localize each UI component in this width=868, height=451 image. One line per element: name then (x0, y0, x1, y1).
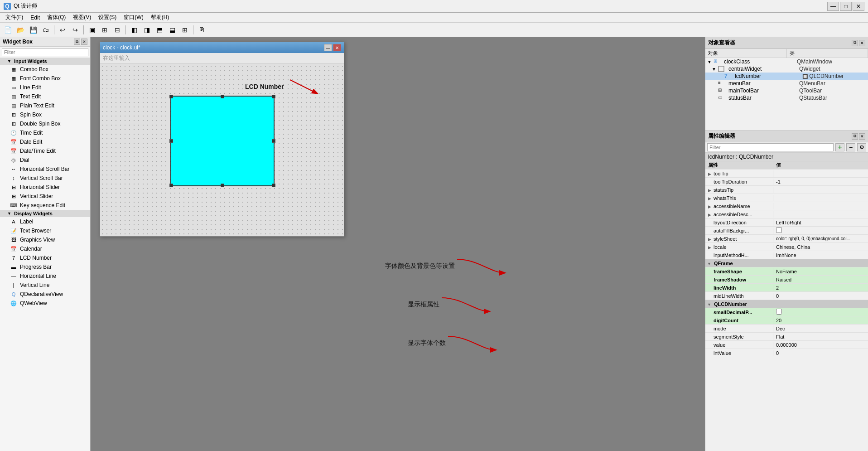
object-inspector-float-btn[interactable]: ⧉ (852, 40, 858, 46)
prop-editor-close-btn[interactable]: ✕ (859, 133, 865, 140)
toolbar-saveall[interactable]: 🗂 (40, 24, 52, 35)
designer-content[interactable]: LCD Number (100, 64, 344, 236)
widget-item-text-browser[interactable]: 📝 Text Browser (0, 226, 90, 235)
widget-item-plain-text-edit[interactable]: ▤ Plain Text Edit (0, 101, 90, 110)
widget-item-line-edit[interactable]: ▭ Line Edit (0, 83, 90, 92)
autofill-checkbox[interactable] (776, 227, 782, 233)
tree-toggle-centralwidget[interactable]: ▼ (712, 67, 718, 72)
menu-item-s[interactable]: 设置(S) (95, 13, 120, 22)
lcd-widget[interactable] (170, 96, 275, 186)
widget-box-float-btn[interactable]: ⧉ (74, 39, 80, 45)
widget-item-time-edit[interactable]: 🕐 Time Edit (0, 128, 90, 137)
prop-settings-btn[interactable]: ⚙ (857, 143, 866, 151)
prop-row-accessiblename[interactable]: ▶accessibleName (705, 202, 868, 210)
tree-item-lcdnumber[interactable]: ▷ 7 lcdNumber 🔲 QLCDNumber (705, 73, 868, 80)
toolbar-align-r[interactable]: ◨ (141, 24, 153, 35)
prop-val-frameshape[interactable]: NoFrame (773, 268, 868, 275)
prop-filter-input[interactable] (707, 143, 834, 151)
prop-section-qframe[interactable]: ▼ QFrame (705, 259, 868, 267)
resize-handle-bm[interactable] (221, 184, 224, 187)
prop-row-value[interactable]: ▶value 0.000000 (705, 341, 868, 349)
widget-item-label[interactable]: A Label (0, 217, 90, 226)
prop-val-smalldecimal[interactable] (773, 308, 868, 316)
widget-item-font-combo-box[interactable]: ▦ Font Combo Box (0, 74, 90, 83)
menu-item-q[interactable]: 窗体(Q) (43, 13, 69, 22)
toolbar-preview[interactable]: 🖹 (196, 24, 207, 35)
prop-val-whatsthis[interactable] (773, 198, 868, 199)
widget-item-vline[interactable]: | Vertical Line (0, 281, 90, 290)
widget-item-hline[interactable]: — Horizontal Line (0, 272, 90, 281)
prop-row-whatsthis[interactable]: ▶whatsThis (705, 194, 868, 202)
prop-row-layoutdirection[interactable]: ▶layoutDirection LeftToRight (705, 218, 868, 227)
prop-val-intvalue[interactable]: 0 (773, 350, 868, 356)
widget-box-filter[interactable] (2, 48, 88, 56)
menu-item-edit[interactable]: Edit (27, 14, 43, 22)
prop-section-qlcdnumber[interactable]: ▼ QLCDNumber (705, 300, 868, 308)
prop-val-tooltip[interactable] (773, 173, 868, 174)
category-display-widgets[interactable]: Display Widgets (0, 210, 90, 217)
widget-item-vslider[interactable]: ⊞ Vertical Slider (0, 192, 90, 201)
prop-row-autofill[interactable]: ▶autoFillBackgr... (705, 227, 868, 235)
prop-val-frameshadow[interactable]: Raised (773, 276, 868, 283)
resize-handle-tl[interactable] (169, 95, 173, 98)
resize-handle-tm[interactable] (221, 95, 224, 98)
toolbar-widget[interactable]: ▣ (86, 24, 98, 35)
prop-row-frameshadow[interactable]: ▶frameShadow Raised (705, 276, 868, 284)
tree-toggle-maintoolbar[interactable]: ▷ (712, 88, 718, 93)
toolbar-save[interactable]: 💾 (27, 24, 39, 35)
prop-remove-btn[interactable]: − (846, 143, 855, 151)
menu-item-w[interactable]: 窗口(W) (120, 13, 147, 22)
toolbar-layout[interactable]: ⊞ (99, 24, 111, 35)
prop-val-statustip[interactable] (773, 189, 868, 190)
widget-item-lcd-number[interactable]: 7 LCD Number (0, 253, 90, 262)
toolbar-align-b[interactable]: ⬓ (166, 24, 178, 35)
widget-item-date-edit[interactable]: 📅 Date Edit (0, 137, 90, 146)
widget-item-spin-box[interactable]: ⊞ Spin Box (0, 110, 90, 119)
toolbar-align-t[interactable]: ⬒ (154, 24, 165, 35)
widget-item-hscroll[interactable]: ↔ Horizontal Scroll Bar (0, 165, 90, 174)
toolbar-undo[interactable]: ↩ (57, 24, 68, 35)
widget-item-progress-bar[interactable]: ▬ Progress Bar (0, 262, 90, 272)
resize-handle-ml[interactable] (169, 139, 173, 143)
resize-handle-br[interactable] (272, 184, 275, 187)
prop-add-btn[interactable]: + (835, 143, 844, 151)
prop-row-mode[interactable]: ▶mode Dec (705, 325, 868, 333)
resize-handle-mr[interactable] (272, 139, 275, 143)
prop-row-midlinewidth[interactable]: ▶midLineWidth 0 (705, 292, 868, 300)
menu-item-v[interactable]: 视图(V) (69, 13, 95, 22)
smalldecimal-checkbox[interactable] (776, 309, 782, 315)
widget-box-close-btn[interactable]: ✕ (81, 39, 87, 45)
object-inspector-close-btn[interactable]: ✕ (859, 40, 865, 46)
prop-row-locale[interactable]: ▶locale Chinese, China (705, 243, 868, 251)
prop-row-smalldecimal[interactable]: ▶smallDecimalP... (705, 308, 868, 316)
prop-val-midlinewidth[interactable]: 0 (773, 293, 868, 299)
prop-row-intvalue[interactable]: ▶intValue 0 (705, 349, 868, 357)
prop-row-tooltipduration[interactable]: ▶toolTipDuration -1 (705, 178, 868, 186)
resize-handle-bl[interactable] (169, 184, 173, 187)
toolbar-new[interactable]: 📄 (2, 24, 14, 35)
tree-item-clockclass[interactable]: ▼ ⊞ clockClass QMainWindow (705, 58, 868, 65)
tree-toggle-statusbar[interactable]: ▷ (712, 96, 718, 101)
prop-val-inputmethod[interactable]: ImhNone (773, 252, 868, 258)
category-input-widgets[interactable]: Input Widgets (0, 58, 90, 65)
tree-item-statusbar[interactable]: ▷ ▭ statusBar QStatusBar (705, 94, 868, 102)
maximize-button[interactable]: □ (840, 2, 852, 11)
widget-item-keyseq[interactable]: ⌨ Key sequence Edit (0, 201, 90, 210)
prop-row-digitcount[interactable]: ▶digitCount 20 (705, 316, 868, 325)
prop-val-linewidth[interactable]: 2 (773, 285, 868, 291)
prop-val-accessibledesc[interactable] (773, 214, 868, 215)
widget-item-text-edit[interactable]: ▤ Text Edit (0, 92, 90, 101)
widget-item-dial[interactable]: ◎ Dial (0, 155, 90, 165)
toolbar-break[interactable]: ⊟ (111, 24, 123, 35)
widget-item-hslider[interactable]: ⊟ Horizontal Slider (0, 183, 90, 192)
toolbar-redo[interactable]: ↪ (69, 24, 81, 35)
prop-row-stylesheet[interactable]: ▶styleSheet color: rgb(0, 0, 0);\nbackgr… (705, 235, 868, 243)
prop-row-accessibledesc[interactable]: ▶accessibleDesc... (705, 210, 868, 218)
prop-val-autofill[interactable] (773, 227, 868, 234)
menu-item-f[interactable]: 文件(F) (2, 13, 27, 22)
tree-item-maintoolbar[interactable]: ▷ ⊞ mainToolBar QToolBar (705, 87, 868, 94)
prop-val-segmentstyle[interactable]: Flat (773, 334, 868, 340)
prop-row-statustip[interactable]: ▶statusTip (705, 186, 868, 194)
prop-row-segmentstyle[interactable]: ▶segmentStyle Flat (705, 333, 868, 341)
widget-item-vscroll[interactable]: ↕ Vertical Scroll Bar (0, 174, 90, 183)
